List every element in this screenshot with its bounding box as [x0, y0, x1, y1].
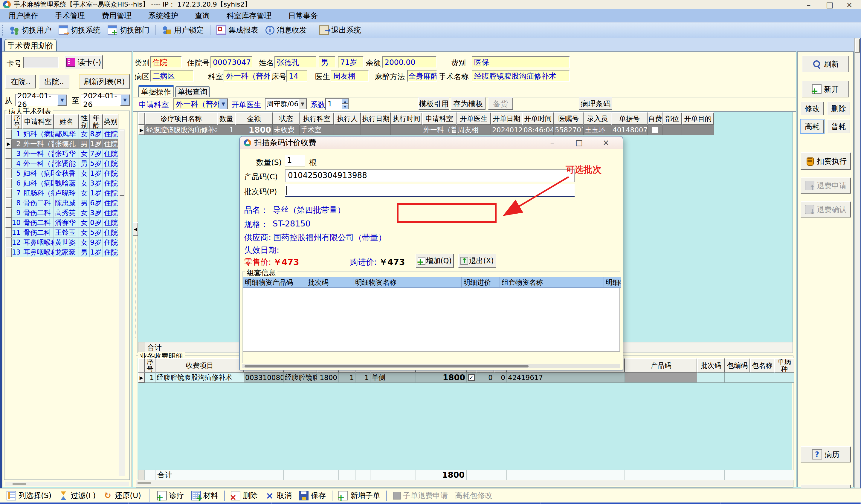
header-cell[interactable]: 开单日期 — [491, 112, 522, 125]
header-cell[interactable]: 开单医生 — [456, 112, 491, 125]
out-hospital-button[interactable]: 出院.. — [39, 75, 69, 88]
header-cell[interactable]: 收费项目 — [155, 358, 244, 373]
patient-row[interactable]: 4外一科（普张贤能男75岁住院 — [5, 159, 118, 168]
patient-row[interactable]: 13耳鼻咽喉科龙家豪男21岁住院 — [5, 247, 118, 257]
patient-row[interactable]: 7肛肠科（病卢晓玲女41岁住院 — [5, 188, 118, 198]
spinner-arrows[interactable]: ▲ ▼ — [341, 99, 348, 109]
dialog-hscrollbar[interactable] — [242, 364, 620, 368]
product-code-input[interactable]: 0104250304913988 — [285, 169, 575, 182]
header-cell[interactable]: 数量 — [217, 112, 235, 125]
ward-field[interactable]: 二病区 — [150, 70, 194, 82]
add-button[interactable]: 增加(Q) — [415, 254, 454, 268]
header-cell[interactable]: 单据号 — [611, 112, 647, 125]
header-cell[interactable]: 产品码 — [625, 358, 697, 373]
header-cell[interactable]: 单病种 — [774, 358, 794, 373]
exit-button[interactable]: 退出(X) — [458, 254, 496, 268]
doctor-field[interactable]: 周友栩 — [331, 70, 369, 82]
chevron-down-icon[interactable]: ▼ — [120, 94, 130, 106]
toolbar-item[interactable]: 切换部门 — [104, 24, 153, 37]
patient-row[interactable]: 9骨伤二科高秀英女73岁住院 — [5, 208, 118, 218]
header-cell[interactable]: 类别 — [103, 114, 118, 129]
filter-button[interactable]: 过滤(F) — [55, 489, 99, 502]
patient-row[interactable]: 11骨伤二科王铃玉女75岁住院 — [5, 228, 118, 238]
header-cell[interactable]: 状态 — [273, 112, 300, 125]
toolbar-item[interactable]: 切换用户 — [6, 24, 55, 37]
fee-type-field[interactable]: 医保 — [472, 56, 570, 68]
patient-list-scrollbar[interactable] — [119, 129, 125, 476]
header-cell[interactable]: 执行时间 — [391, 112, 422, 125]
dialog-minimize-button[interactable]: – — [545, 137, 560, 148]
toolbar-item[interactable]: 用户锁定 — [159, 24, 207, 37]
header-cell[interactable]: 执行人 — [334, 112, 361, 125]
chevron-down-icon[interactable]: ▼ — [298, 99, 307, 109]
close-button[interactable]: × — [842, 0, 857, 10]
delete-item-button[interactable]: 删除 — [227, 489, 261, 502]
refresh-list-button[interactable]: 刷新列表(R) — [79, 74, 130, 89]
patient-row[interactable]: 10骨伤二科潘赛华女70岁住院 — [5, 218, 118, 228]
menu-item[interactable]: 科室库存管理 — [218, 9, 280, 22]
header-cell[interactable] — [5, 114, 12, 129]
patient-list-hscrollbar[interactable] — [5, 481, 129, 486]
minimize-button[interactable]: – — [801, 0, 816, 10]
patient-row[interactable]: 6妇科（病区魏晗蕊女23岁住院 — [5, 178, 118, 188]
header-cell[interactable]: 开单时间 — [522, 112, 554, 125]
scrollbar-thumb[interactable] — [855, 39, 860, 53]
header-cell[interactable]: 部位 — [662, 112, 682, 125]
card-no-input[interactable] — [23, 57, 59, 68]
treatment-button[interactable]: 诊疗 — [154, 489, 188, 502]
qty-input[interactable]: 1 — [285, 155, 305, 166]
maximize-button[interactable]: □ — [822, 0, 837, 10]
pathology-barcode-button[interactable]: 病理条码 — [579, 97, 612, 110]
save-template-button[interactable]: 存为模板 — [451, 97, 486, 110]
dialog-title-bar[interactable]: 扫描条码计价收费 – □ × — [240, 137, 623, 149]
to-date-picker[interactable]: 2024-01-26 ▼ — [81, 94, 131, 106]
charge-execute-button[interactable]: 扣费执行 — [801, 152, 851, 170]
patient-row[interactable]: 12耳鼻咽喉科黄世姿女39岁住院 — [5, 238, 118, 247]
header-cell[interactable]: 自费 — [647, 112, 662, 125]
patient-row[interactable]: 5妇科（病区金秋香女51岁住院 — [5, 168, 118, 178]
chevron-down-icon[interactable]: ▼ — [57, 94, 67, 106]
header-cell[interactable]: 批次码 — [697, 358, 725, 373]
add-suborder-button[interactable]: 新增子单 — [335, 489, 384, 502]
page-vscrollbar[interactable] — [855, 38, 860, 488]
delete-button[interactable]: 删除 — [827, 101, 850, 115]
patient-row[interactable]: 8骨伤二科陈忠威男26岁住院 — [5, 198, 118, 208]
normal-consumable-button[interactable]: 普耗 — [827, 120, 850, 133]
age-field[interactable]: 71岁 — [338, 56, 364, 68]
toolbar-item[interactable]: 切换系统 — [55, 24, 104, 37]
header-cell[interactable]: 序号 — [12, 114, 22, 129]
scrollbar-thumb[interactable] — [137, 482, 151, 484]
header-cell[interactable]: 年龄 — [90, 114, 103, 129]
anesthesia-field[interactable]: 全身麻醉 — [407, 70, 437, 82]
cancel-button[interactable]: ×取消 — [261, 489, 295, 502]
scrollbar-thumb[interactable] — [245, 365, 529, 367]
menu-item[interactable]: 用户操作 — [0, 9, 46, 22]
material-button[interactable]: 材料 — [188, 489, 222, 502]
chevron-down-icon[interactable]: ▼ — [219, 99, 228, 109]
patient-row[interactable]: 3外一科（普张巧华女47岁住院 — [5, 149, 118, 159]
gender-field[interactable]: 男 — [319, 56, 336, 68]
balance-field[interactable]: 2000.00 — [382, 56, 437, 68]
header-cell[interactable]: 姓名 — [54, 114, 79, 129]
header-cell[interactable]: 申请科室 — [422, 112, 456, 125]
header-cell[interactable]: 执行日期 — [361, 112, 391, 125]
table-row[interactable]: ▶经腹腔镜腹股沟疝修补术11800未收费手术室外一科（普周友栩202401250… — [138, 125, 714, 135]
order-doctor-combo[interactable]: 周守群/062 ▼ — [265, 98, 308, 110]
header-cell[interactable]: 执行科室 — [300, 112, 334, 125]
read-card-button[interactable]: 读卡(-) — [65, 55, 103, 69]
tab-doc-query[interactable]: 单据查询 — [175, 86, 210, 97]
type-field[interactable]: 住院 — [150, 56, 182, 68]
menu-item[interactable]: 日常事务 — [280, 9, 327, 22]
table-row[interactable]: ▶1经腹腔镜腹股沟疝修补术00331008001经腹腔镜腹股180011单侧18… — [138, 373, 794, 383]
header-cell[interactable]: 性别 — [79, 114, 90, 129]
header-cell[interactable]: 诊疗项目名称 — [145, 112, 217, 125]
header-cell[interactable]: 申请科室 — [22, 114, 54, 129]
charge-detail-hscrollbar[interactable] — [136, 480, 793, 486]
new-order-button[interactable]: 新开 — [802, 81, 849, 97]
scrollbar-thumb[interactable] — [120, 130, 124, 196]
menu-item[interactable]: 费用管理 — [93, 9, 140, 22]
header-cell[interactable]: 金额 — [235, 112, 273, 125]
template-ref-button[interactable]: 模板引用 — [418, 97, 449, 110]
patient-row[interactable]: 1妇科（病区鄢凤华女38岁住院 — [5, 129, 118, 139]
splitter-handle[interactable] — [135, 239, 135, 338]
